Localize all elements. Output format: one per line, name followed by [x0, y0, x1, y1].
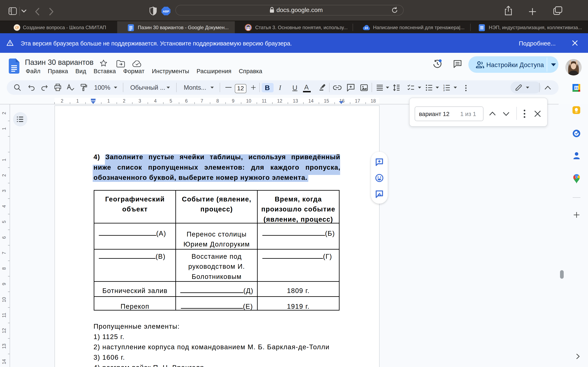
- svg-text:3: 3: [443, 89, 445, 92]
- svg-text:ABP: ABP: [163, 9, 169, 13]
- svg-text:24: 24: [365, 26, 368, 30]
- svg-text:31: 31: [575, 86, 578, 90]
- svg-text:C: C: [15, 26, 18, 30]
